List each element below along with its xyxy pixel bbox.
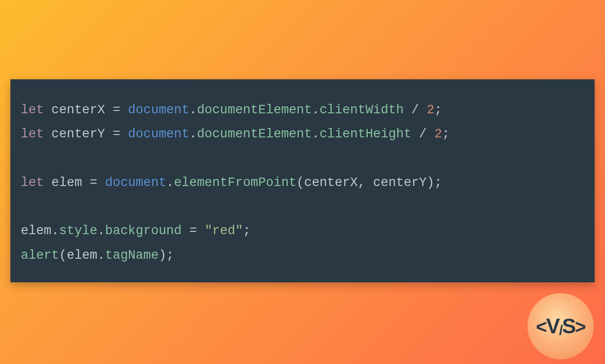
code-token: ;: [442, 127, 449, 141]
code-token: .: [52, 224, 59, 238]
code-token: elem: [67, 248, 97, 262]
code-token: elem: [21, 224, 52, 238]
code-token: centerY: [44, 127, 113, 141]
code-token: .: [189, 103, 197, 117]
code-token: =: [112, 127, 128, 141]
code-token: .: [189, 127, 197, 141]
code-token: (: [296, 176, 304, 190]
code-token: =: [182, 224, 205, 238]
logo-lt: <: [536, 316, 546, 337]
code-token: =: [112, 103, 128, 117]
code-token: (: [59, 248, 67, 262]
code-token: tagName: [105, 248, 158, 262]
code-token: .: [312, 127, 320, 141]
logo-s: S: [562, 314, 575, 338]
code-token: background: [105, 224, 182, 238]
code-token: centerY: [373, 176, 426, 190]
code-token: 2: [434, 127, 442, 141]
code-token: style: [59, 224, 97, 238]
code-token: "red": [205, 224, 243, 238]
code-token: let: [21, 127, 44, 141]
code-token: alert: [21, 248, 59, 262]
code-token: =: [90, 176, 105, 190]
code-content: let centerX = document.documentElement.c…: [21, 98, 584, 268]
code-token: 2: [427, 103, 434, 117]
code-token: );: [427, 176, 442, 190]
code-token: /: [411, 127, 434, 141]
code-token: documentElement: [197, 127, 312, 141]
vs-logo: <V/S>: [527, 293, 594, 359]
code-token: document: [128, 127, 190, 141]
code-token: );: [159, 248, 174, 262]
logo-v: V: [546, 314, 559, 338]
code-token: ;: [434, 103, 442, 117]
code-token: ;: [243, 224, 251, 238]
code-token: clientHeight: [320, 127, 411, 141]
logo-gt: >: [575, 316, 585, 337]
code-token: .: [97, 224, 105, 238]
code-block: let centerX = document.documentElement.c…: [10, 79, 595, 282]
code-token: ,: [358, 176, 373, 190]
code-token: document: [105, 176, 166, 190]
code-token: document: [128, 103, 190, 117]
code-token: elem: [44, 176, 90, 190]
code-token: elementFromPoint: [174, 176, 296, 190]
logo-slash: /: [559, 322, 562, 339]
code-token: .: [166, 176, 174, 190]
code-token: centerX: [304, 176, 358, 190]
code-token: clientWidth: [320, 103, 404, 117]
code-token: centerX: [44, 103, 113, 117]
code-token: let: [21, 176, 44, 190]
code-token: .: [312, 103, 320, 117]
code-token: let: [21, 103, 44, 117]
code-token: /: [404, 103, 427, 117]
code-token: .: [97, 248, 105, 262]
code-token: documentElement: [197, 103, 312, 117]
vs-logo-text: <V/S>: [536, 314, 585, 338]
